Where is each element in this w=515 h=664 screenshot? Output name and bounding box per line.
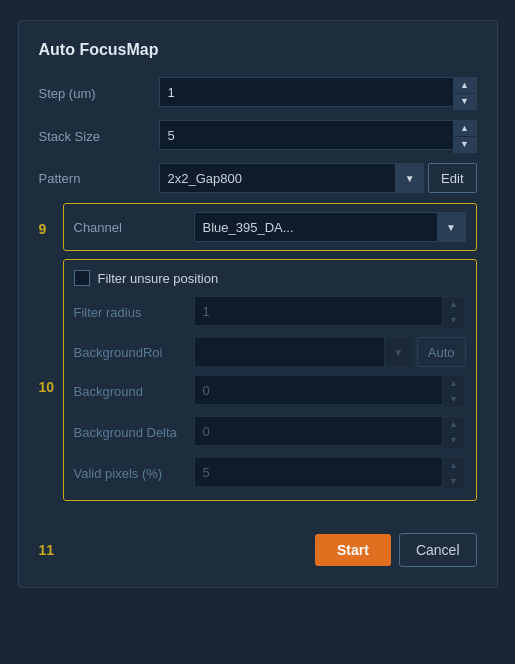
stack-size-label: Stack Size — [39, 129, 159, 144]
filter-radius-down-btn: ▼ — [443, 313, 465, 328]
edit-button[interactable]: Edit — [428, 163, 476, 193]
background-roi-row: BackgroundRoi ▼ Auto — [74, 337, 466, 367]
pattern-control: ▼ Edit — [159, 163, 477, 193]
footer-section: 11 Start Cancel — [39, 533, 477, 567]
background-delta-row: Background Delta ▲ ▼ — [74, 416, 466, 449]
background-input — [194, 375, 442, 405]
section9-wrapper: 9 Channel ▼ — [39, 203, 477, 255]
filter-radius-label: Filter radius — [74, 305, 194, 320]
stack-size-input[interactable] — [159, 120, 453, 150]
valid-pixels-input — [194, 457, 442, 487]
background-roi-arrow: ▼ — [385, 337, 413, 367]
channel-input[interactable] — [194, 212, 438, 242]
auto-button: Auto — [417, 337, 466, 367]
channel-row: Channel ▼ — [74, 212, 466, 242]
pattern-label: Pattern — [39, 171, 159, 186]
background-delta-down-btn: ▼ — [443, 433, 465, 448]
section9-number: 9 — [39, 221, 57, 237]
pattern-row: Pattern ▼ Edit — [39, 163, 477, 193]
filter-radius-up-btn: ▲ — [443, 297, 465, 312]
filter-header: Filter unsure position — [74, 270, 466, 286]
valid-pixels-input-group: ▲ ▼ — [194, 457, 466, 490]
background-delta-label: Background Delta — [74, 425, 194, 440]
background-roi-input — [194, 337, 385, 367]
stack-size-row: Stack Size ▲ ▼ — [39, 120, 477, 153]
step-row: Step (um) ▲ ▼ — [39, 77, 477, 110]
step-input[interactable] — [159, 77, 453, 107]
section10-number: 10 — [39, 379, 57, 395]
filter-radius-row: Filter radius ▲ ▼ — [74, 296, 466, 329]
pattern-select-wrapper: ▼ — [159, 163, 425, 193]
valid-pixels-spinner: ▲ ▼ — [442, 457, 466, 490]
step-spinner: ▲ ▼ — [453, 77, 477, 110]
filter-radius-input — [194, 296, 442, 326]
stack-size-control: ▲ ▼ — [159, 120, 477, 153]
valid-pixels-row: Valid pixels (%) ▲ ▼ — [74, 457, 466, 490]
cancel-button[interactable]: Cancel — [399, 533, 477, 567]
valid-pixels-up-btn: ▲ — [443, 458, 465, 473]
pattern-input[interactable] — [159, 163, 397, 193]
channel-label: Channel — [74, 220, 194, 235]
section10-wrapper: 10 Filter unsure position Filter radius … — [39, 259, 477, 515]
valid-pixels-down-btn: ▼ — [443, 474, 465, 489]
background-delta-input-group: ▲ ▼ — [194, 416, 466, 449]
stack-down-btn[interactable]: ▼ — [454, 137, 476, 152]
background-row: Background ▲ ▼ — [74, 375, 466, 408]
background-label: Background — [74, 384, 194, 399]
filter-unsure-label: Filter unsure position — [98, 271, 219, 286]
background-spinner: ▲ ▼ — [442, 375, 466, 408]
pattern-dropdown-arrow[interactable]: ▼ — [396, 163, 424, 193]
channel-select-wrapper: ▼ — [194, 212, 466, 242]
channel-dropdown-arrow[interactable]: ▼ — [438, 212, 466, 242]
background-roi-wrapper: ▼ — [194, 337, 413, 367]
step-label: Step (um) — [39, 86, 159, 101]
background-up-btn: ▲ — [443, 376, 465, 391]
filter-radius-input-group: ▲ ▼ — [194, 296, 466, 329]
background-input-group: ▲ ▼ — [194, 375, 466, 408]
background-delta-up-btn: ▲ — [443, 417, 465, 432]
step-down-btn[interactable]: ▼ — [454, 94, 476, 109]
stack-up-btn[interactable]: ▲ — [454, 121, 476, 136]
background-delta-input — [194, 416, 442, 446]
step-input-group: ▲ ▼ — [159, 77, 477, 110]
section11-number: 11 — [39, 542, 55, 558]
filter-unsure-checkbox[interactable] — [74, 270, 90, 286]
background-delta-spinner: ▲ ▼ — [442, 416, 466, 449]
channel-control: ▼ — [194, 212, 466, 242]
background-roi-label: BackgroundRoi — [74, 345, 194, 360]
stack-size-spinner: ▲ ▼ — [453, 120, 477, 153]
step-control: ▲ ▼ — [159, 77, 477, 110]
filter-radius-spinner: ▲ ▼ — [442, 296, 466, 329]
dialog-title: Auto FocusMap — [39, 41, 477, 59]
step-up-btn[interactable]: ▲ — [454, 78, 476, 93]
background-down-btn: ▼ — [443, 392, 465, 407]
start-button[interactable]: Start — [315, 534, 391, 566]
valid-pixels-label: Valid pixels (%) — [74, 466, 194, 481]
stack-size-input-group: ▲ ▼ — [159, 120, 477, 153]
